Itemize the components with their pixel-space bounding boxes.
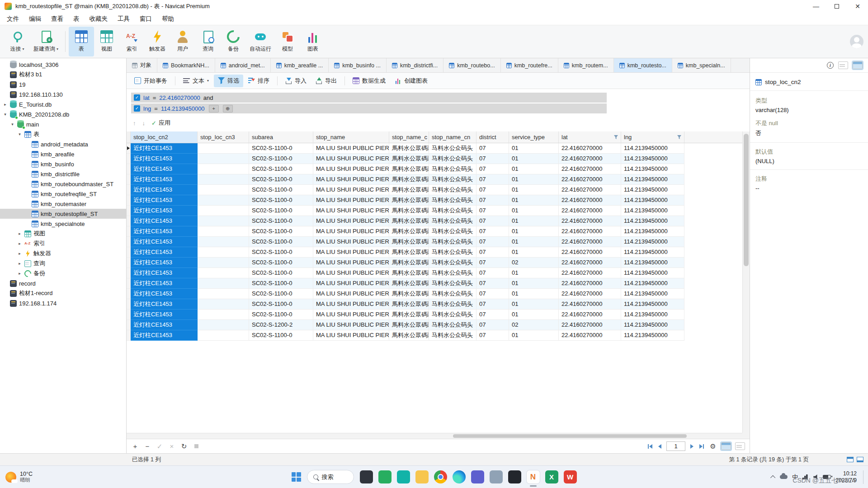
menu-file[interactable]: 文件 <box>2 15 24 23</box>
column-header-stop_name_c[interactable]: stop_name_c <box>389 131 429 143</box>
tree-item-queries-folder[interactable]: ▸查询 <box>0 258 126 268</box>
tab-kmb-specialnote[interactable]: kmb_specialn... <box>672 58 731 72</box>
cell-district[interactable]: 07 <box>476 330 509 341</box>
menu-tools[interactable]: 工具 <box>113 15 135 23</box>
cell-stop_name[interactable]: MA LIU SHUI PUBLIC PIER <box>313 216 389 226</box>
start-button[interactable] <box>292 472 301 482</box>
cell-lng[interactable]: 114.2139450000 <box>621 174 684 185</box>
cell-stop_name_cn[interactable]: 马料水公众码头 <box>429 226 476 237</box>
cell-stop_loc_cn2[interactable]: 近灯柱CE1453 <box>131 289 198 299</box>
cell-subarea[interactable]: SC02-S-1100-0 <box>249 174 313 185</box>
filter-condition[interactable]: ✓lat=22.4160270000and <box>131 93 607 103</box>
cell-lng[interactable]: 114.2139450000 <box>621 164 684 174</box>
sort-button[interactable]: 排序 <box>244 75 274 87</box>
automation-toolbar-button[interactable]: 自动运行 <box>246 27 275 56</box>
cell-stop_name_cn[interactable]: 马料水公众码头 <box>429 185 476 195</box>
view-toolbar-button[interactable]: 视图 <box>94 27 119 56</box>
cell-stop_name[interactable]: MA LIU SHUI PUBLIC PIER <box>313 195 389 206</box>
cell-district[interactable]: 07 <box>476 310 509 320</box>
cell-service_type[interactable]: 01 <box>509 226 559 237</box>
column-header-service_type[interactable]: service_type <box>509 131 559 143</box>
cell-lat[interactable]: 22.4160270000 <box>559 164 621 174</box>
cell-stop_name_c[interactable]: 馬料水公眾碼頭 <box>389 237 429 247</box>
taskbar-app-wps[interactable]: W <box>564 470 577 483</box>
cell-service_type[interactable]: 01 <box>509 164 559 174</box>
cell-stop_name_c[interactable]: 馬料水公眾碼頭 <box>389 268 429 278</box>
tree-item-triggers-folder[interactable]: ▸触发器 <box>0 249 126 258</box>
cell-stop_name[interactable]: MA LIU SHUI PUBLIC PIER <box>313 320 389 330</box>
cell-subarea[interactable]: SC02-S-1100-0 <box>249 299 313 310</box>
table-row[interactable]: 近灯柱CE1453SC02-S-1100-0MA LIU SHUI PUBLIC… <box>127 226 742 237</box>
cell-stop_loc_cn2[interactable]: 近灯柱CE1453 <box>131 206 198 216</box>
cell-stop_name_cn[interactable]: 马料水公众码头 <box>429 289 476 299</box>
cell-lng[interactable]: 114.2139450000 <box>621 247 684 258</box>
cell-stop_name[interactable]: MA LIU SHUI PUBLIC PIER <box>313 278 389 289</box>
cell-service_type[interactable]: 01 <box>509 154 559 164</box>
table-row[interactable]: 近灯柱CE1453SC02-S-1100-0MA LIU SHUI PUBLIC… <box>127 278 742 289</box>
cell-stop_loc_cn3[interactable] <box>198 154 249 164</box>
expand-arrow-icon[interactable]: ▸ <box>17 231 22 236</box>
cell-district[interactable]: 07 <box>476 237 509 247</box>
cell-stop_name_cn[interactable]: 马料水公众码头 <box>429 258 476 268</box>
cell-lat[interactable]: 22.4160270000 <box>559 299 621 310</box>
cell-stop_loc_cn3[interactable] <box>198 164 249 174</box>
tab-kmb-businfo[interactable]: kmb_businfo ... <box>329 58 387 72</box>
horizontal-scrollbar[interactable] <box>127 433 742 439</box>
cell-stop_name_c[interactable]: 馬料水公眾碼頭 <box>389 320 429 330</box>
filter-value[interactable]: 22.4160270000 <box>159 94 200 101</box>
cell-subarea[interactable]: SC02-S-1100-0 <box>249 216 313 226</box>
tree-item-kmb-routestopfile-st[interactable]: kmb_routestopfile_ST <box>0 209 126 219</box>
cell-district[interactable]: 07 <box>476 195 509 206</box>
cell-district[interactable]: 07 <box>476 143 509 154</box>
cell-stop_name[interactable]: MA LIU SHUI PUBLIC PIER <box>313 268 389 278</box>
cell-stop_name[interactable]: MA LIU SHUI PUBLIC PIER <box>313 247 389 258</box>
horizontal-scrollbar-thumb[interactable] <box>453 434 687 438</box>
taskbar-app-violet-app[interactable] <box>471 470 484 483</box>
cloud-icon[interactable] <box>780 475 788 479</box>
cell-service_type[interactable]: 01 <box>509 174 559 185</box>
filter-field[interactable]: lng <box>143 105 151 112</box>
cell-lat[interactable]: 22.4160270000 <box>559 216 621 226</box>
vertical-scrollbar[interactable] <box>742 131 750 433</box>
cell-stop_loc_cn3[interactable] <box>198 226 249 237</box>
tree-item-kmb-areafile[interactable]: kmb_areafile <box>0 149 126 159</box>
form-view-status-icon[interactable] <box>857 457 863 462</box>
cell-stop_loc_cn2[interactable]: 近灯柱CE1453 <box>131 216 198 226</box>
cell-stop_name_cn[interactable]: 马料水公众码头 <box>429 164 476 174</box>
cell-stop_loc_cn3[interactable] <box>198 195 249 206</box>
cell-stop_loc_cn3[interactable] <box>198 174 249 185</box>
cell-stop_loc_cn3[interactable] <box>198 299 249 310</box>
taskbar-app-file-explorer[interactable] <box>415 470 429 483</box>
form-panel-toggle-icon[interactable] <box>838 61 848 69</box>
filter-active-icon[interactable] <box>677 135 681 139</box>
cell-stop_name[interactable]: MA LIU SHUI PUBLIC PIER <box>313 185 389 195</box>
cell-service_type[interactable]: 01 <box>509 185 559 195</box>
cell-stop_name_cn[interactable]: 马料水公众码头 <box>429 320 476 330</box>
cell-stop_name_c[interactable]: 馬料水公眾碼頭 <box>389 216 429 226</box>
previous-page-button[interactable] <box>657 443 662 450</box>
filter-button[interactable]: 筛选 <box>214 75 243 87</box>
cell-stop_loc_cn2[interactable]: 近灯柱CE1453 <box>131 310 198 320</box>
cell-subarea[interactable]: SC02-S-1100-0 <box>249 247 313 258</box>
cell-subarea[interactable]: SC02-S-1200-2 <box>249 320 313 330</box>
filter-value[interactable]: 114.2139450000 <box>161 105 205 112</box>
discard-changes-button[interactable]: × <box>168 441 176 451</box>
form-view-button[interactable] <box>735 442 745 450</box>
table-row[interactable]: 近灯柱CE1453SC02-S-1100-0MA LIU SHUI PUBLIC… <box>127 247 742 258</box>
tree-item-indexes-folder[interactable]: ▸索引 <box>0 239 126 249</box>
cell-stop_loc_cn3[interactable] <box>198 268 249 278</box>
tree-item-kmb-20201208-db[interactable]: ▾KMB_20201208.db <box>0 109 126 119</box>
column-header-district[interactable]: district <box>476 131 509 143</box>
table-row[interactable]: 近灯柱CE1453SC02-S-1100-0MA LIU SHUI PUBLIC… <box>127 174 742 185</box>
cell-stop_name_c[interactable]: 馬料水公眾碼頭 <box>389 310 429 320</box>
cell-stop_loc_cn2[interactable]: 近灯柱CE1453 <box>131 195 198 206</box>
tree-item-19[interactable]: 19 <box>0 80 126 89</box>
tree-item-backups-folder[interactable]: ▸备份 <box>0 268 126 278</box>
stop-button[interactable] <box>192 441 200 451</box>
cell-lng[interactable]: 114.2139450000 <box>621 185 684 195</box>
cell-stop_name_c[interactable]: 馬料水公眾碼頭 <box>389 289 429 299</box>
tree-item-192-168-110-130[interactable]: 192.168.110.130 <box>0 89 126 99</box>
info-icon[interactable]: i <box>827 62 834 69</box>
cell-stop_loc_cn2[interactable]: 近灯柱CE1453 <box>131 237 198 247</box>
cell-service_type[interactable]: 01 <box>509 216 559 226</box>
